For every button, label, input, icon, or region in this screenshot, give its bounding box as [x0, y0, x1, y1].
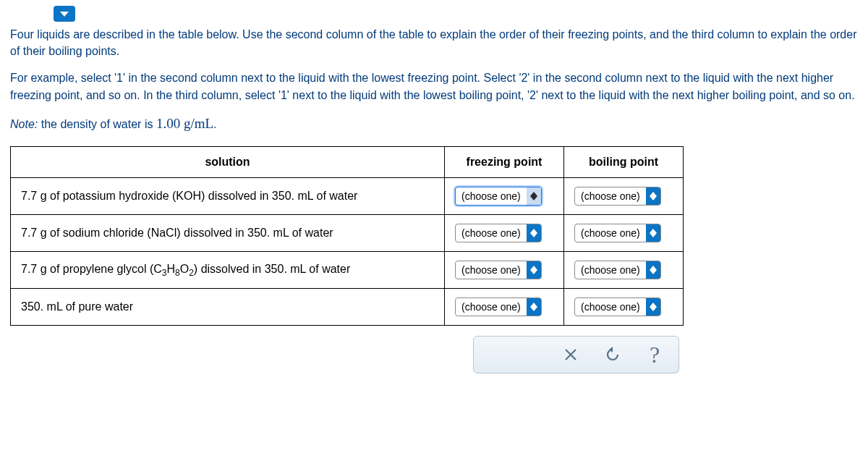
svg-marker-6 — [530, 233, 537, 237]
table-row: 7.7 g of propylene glycol (C3H8O2) disso… — [11, 252, 684, 289]
help-button[interactable]: ? — [644, 344, 665, 366]
svg-marker-0 — [60, 12, 69, 17]
header-boiling: boiling point — [564, 147, 684, 178]
table-row: 7.7 g of potassium hydroxide (KOH) disso… — [11, 178, 684, 215]
select-boiling-row2[interactable]: (choose one) — [574, 261, 661, 279]
updown-icon — [646, 261, 660, 279]
table-row: 350. mL of pure water(choose one)(choose… — [11, 289, 684, 326]
action-toolbar: ? — [473, 336, 679, 373]
close-button[interactable] — [560, 344, 582, 366]
note-text: the density of water is — [38, 118, 156, 130]
solution-cell: 7.7 g of sodium chloride (NaCl) dissolve… — [11, 215, 445, 252]
instructions: Four liquids are described in the table … — [10, 26, 858, 133]
boiling-cell: (choose one) — [564, 252, 684, 289]
updown-icon — [527, 261, 541, 279]
instructions-note: Note: the density of water is 1.00 g/mL. — [10, 114, 858, 134]
boiling-cell: (choose one) — [564, 215, 684, 252]
note-period: . — [213, 118, 216, 130]
freezing-cell: (choose one) — [445, 289, 564, 326]
freezing-cell: (choose one) — [445, 215, 564, 252]
select-label: (choose one) — [456, 187, 527, 205]
solution-cell: 7.7 g of potassium hydroxide (KOH) disso… — [11, 178, 445, 215]
header-freezing: freezing point — [445, 147, 564, 178]
updown-icon — [527, 298, 541, 316]
updown-icon — [646, 187, 660, 205]
updown-icon — [527, 187, 541, 205]
select-freezing-row1[interactable]: (choose one) — [455, 224, 542, 242]
collapse-toggle[interactable] — [54, 6, 75, 22]
updown-icon — [646, 298, 660, 316]
instructions-p1: Four liquids are described in the table … — [10, 26, 858, 59]
freezing-cell: (choose one) — [445, 178, 564, 215]
svg-marker-8 — [650, 233, 657, 237]
header-solution: solution — [11, 147, 445, 178]
select-boiling-row3[interactable]: (choose one) — [574, 297, 661, 316]
svg-marker-4 — [650, 196, 657, 200]
select-boiling-row0[interactable]: (choose one) — [574, 187, 661, 206]
note-prefix: Note: — [10, 118, 38, 130]
select-freezing-row0[interactable]: (choose one) — [455, 187, 542, 206]
svg-marker-16 — [650, 307, 657, 311]
solution-cell: 7.7 g of propylene glycol (C3H8O2) disso… — [11, 252, 445, 289]
updown-icon — [527, 224, 541, 242]
select-label: (choose one) — [575, 224, 646, 242]
select-label: (choose one) — [575, 187, 646, 205]
select-freezing-row2[interactable]: (choose one) — [455, 261, 542, 279]
select-label: (choose one) — [575, 261, 646, 279]
table-row: 7.7 g of sodium chloride (NaCl) dissolve… — [11, 215, 684, 252]
svg-marker-14 — [530, 307, 537, 311]
reset-button[interactable] — [602, 344, 624, 366]
solution-cell: 350. mL of pure water — [11, 289, 445, 326]
select-label: (choose one) — [575, 298, 646, 316]
freezing-cell: (choose one) — [445, 252, 564, 289]
select-label: (choose one) — [456, 224, 527, 242]
svg-marker-10 — [530, 270, 537, 274]
select-label: (choose one) — [456, 261, 527, 279]
select-boiling-row1[interactable]: (choose one) — [574, 224, 661, 242]
boiling-cell: (choose one) — [564, 178, 684, 215]
select-label: (choose one) — [456, 298, 527, 316]
solutions-table: solution freezing point boiling point 7.… — [10, 146, 684, 326]
instructions-p2: For example, select '1' in the second co… — [10, 69, 858, 103]
updown-icon — [646, 224, 660, 242]
svg-marker-12 — [650, 270, 657, 274]
svg-marker-2 — [530, 196, 537, 200]
select-freezing-row3[interactable]: (choose one) — [455, 297, 542, 316]
density-value: 1.00 g/mL — [156, 116, 213, 131]
boiling-cell: (choose one) — [564, 289, 684, 326]
